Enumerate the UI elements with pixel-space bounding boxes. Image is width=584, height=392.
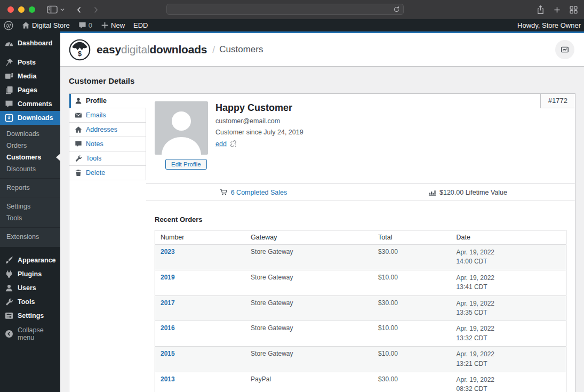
order-number-link[interactable]: 2015	[161, 350, 175, 357]
chart-icon	[428, 188, 436, 196]
edit-profile-button[interactable]: Edit Profile	[165, 159, 207, 170]
unlink-icon[interactable]	[229, 140, 237, 148]
customer-card: Profile Emails Addresses Notes	[69, 93, 575, 392]
sidebar-toggle-icon[interactable]	[47, 5, 58, 14]
edd-label: EDD	[133, 21, 148, 29]
plus-icon	[101, 21, 109, 29]
home-icon	[22, 21, 30, 29]
settings-icon	[5, 311, 13, 320]
address-icon	[75, 126, 82, 133]
wordpress-menu[interactable]	[0, 19, 18, 31]
submenu-item-orders[interactable]: Orders	[0, 140, 60, 151]
downloads-submenu: Downloads Orders Customers Discounts Rep…	[0, 125, 60, 247]
table-row: 2017 Store Gateway $30.00 Apr. 19, 20221…	[155, 295, 566, 321]
comments-shortcut[interactable]: 0	[74, 19, 97, 31]
tab-delete[interactable]: Delete	[69, 166, 146, 180]
tab-addresses[interactable]: Addresses	[69, 123, 146, 137]
column-header-total: Total	[373, 230, 451, 245]
page-title: Customer Details	[69, 76, 575, 85]
submenu-item-discounts[interactable]: Discounts	[0, 163, 60, 175]
submenu-item-settings[interactable]: Settings	[0, 201, 60, 212]
cart-icon	[220, 188, 228, 196]
forward-icon[interactable]	[92, 6, 99, 13]
sidebar-item-appearance[interactable]: Appearance	[0, 253, 60, 267]
refresh-icon[interactable]	[393, 6, 400, 13]
submenu-separator	[0, 227, 60, 228]
submenu-item-tools[interactable]: Tools	[0, 212, 60, 224]
edd-header-screen-button[interactable]	[555, 40, 574, 59]
share-icon[interactable]	[537, 5, 545, 14]
tab-profile[interactable]: Profile	[69, 94, 146, 108]
collapse-icon	[5, 330, 13, 338]
completed-sales-stat[interactable]: 6 Completed Sales	[146, 184, 361, 201]
media-icon	[5, 72, 13, 81]
address-bar[interactable]	[166, 4, 404, 15]
submenu-item-reports[interactable]: Reports	[0, 182, 60, 194]
sidebar-item-downloads[interactable]: Downloads	[0, 111, 60, 125]
profile-section: Edit Profile Happy Customer customer@ema…	[146, 94, 575, 183]
browser-chrome	[0, 0, 584, 19]
site-link[interactable]: Digital Store	[18, 19, 74, 31]
order-number-link[interactable]: 2016	[161, 324, 175, 332]
table-row: 2023 Store Gateway $30.00 Apr. 19, 20221…	[155, 245, 566, 270]
close-window-button[interactable]	[7, 6, 14, 13]
dashboard-icon	[5, 39, 13, 47]
sidebar-item-tools[interactable]: Tools	[0, 295, 60, 309]
order-number-link[interactable]: 2019	[161, 274, 175, 281]
traffic-lights	[7, 6, 35, 13]
sidebar-item-dashboard[interactable]: Dashboard	[0, 36, 60, 50]
table-row: 2016 Store Gateway $10.00 Apr. 19, 20221…	[155, 321, 566, 347]
back-icon[interactable]	[76, 6, 83, 13]
new-tab-icon[interactable]	[554, 6, 561, 13]
downloads-icon	[5, 114, 13, 122]
sidebar-item-media[interactable]: Media	[0, 69, 60, 83]
chevron-down-icon[interactable]	[60, 7, 65, 12]
user-icon	[75, 97, 82, 105]
submenu-item-downloads[interactable]: Downloads	[0, 128, 60, 140]
customer-user-link[interactable]: edd	[215, 140, 227, 148]
sidebar-item-comments[interactable]: Comments	[0, 97, 60, 111]
pages-icon	[5, 86, 13, 94]
order-number-link[interactable]: 2017	[161, 299, 175, 307]
new-content-menu[interactable]: New	[97, 19, 129, 31]
customer-stats: 6 Completed Sales $120.00 Lifetime Value	[146, 183, 575, 201]
wp-admin-bar: Digital Store 0 New EDD Howdy, Store Own…	[0, 19, 584, 31]
breadcrumb-separator: /	[212, 44, 215, 55]
tab-notes[interactable]: Notes	[69, 137, 146, 151]
wordpress-logo-icon	[4, 21, 13, 30]
customer-id-badge: #1772	[540, 94, 575, 108]
tools-icon	[5, 298, 13, 306]
edd-admin-menu[interactable]: EDD	[129, 19, 152, 31]
collapse-menu-button[interactable]: Collapse menu	[0, 324, 60, 344]
tab-emails[interactable]: Emails	[69, 108, 146, 123]
zoom-window-button[interactable]	[29, 6, 35, 13]
sidebar-item-pages[interactable]: Pages	[0, 83, 60, 97]
sidebar-item-posts[interactable]: Posts	[0, 55, 60, 69]
order-number-link[interactable]: 2013	[161, 375, 175, 383]
tab-overview-icon[interactable]	[570, 6, 578, 14]
recent-orders-section: Recent Orders Number Gateway Total Date	[146, 215, 575, 392]
sidebar-item-settings[interactable]: Settings	[0, 309, 60, 323]
new-label: New	[111, 21, 125, 29]
sidebar-item-plugins[interactable]: Plugins	[0, 267, 60, 281]
minimize-window-button[interactable]	[18, 6, 25, 13]
email-icon	[75, 111, 82, 119]
tab-tools[interactable]: Tools	[69, 151, 146, 166]
howdy-account-menu[interactable]: Howdy, Store Owner	[517, 21, 581, 29]
address-input[interactable]	[167, 5, 403, 15]
customer-since: Customer since July 24, 2019	[215, 129, 303, 136]
breadcrumb: Customers	[219, 44, 263, 55]
submenu-separator	[0, 178, 60, 179]
comments-icon	[5, 100, 13, 108]
table-row: 2015 Store Gateway $10.00 Apr. 19, 20221…	[155, 347, 566, 372]
customer-name: Happy Customer	[215, 102, 303, 114]
order-number-link[interactable]: 2023	[161, 248, 175, 255]
submenu-item-extensions[interactable]: Extensions	[0, 231, 60, 243]
column-header-number: Number	[155, 230, 246, 245]
users-icon	[5, 284, 13, 292]
sidebar-item-users[interactable]: Users	[0, 281, 60, 295]
submenu-item-customers[interactable]: Customers	[0, 151, 60, 163]
appearance-icon	[5, 256, 13, 265]
wp-admin-sidebar: Dashboard Posts Media Pages Comments Dow…	[0, 31, 60, 392]
comment-count: 0	[89, 21, 92, 29]
